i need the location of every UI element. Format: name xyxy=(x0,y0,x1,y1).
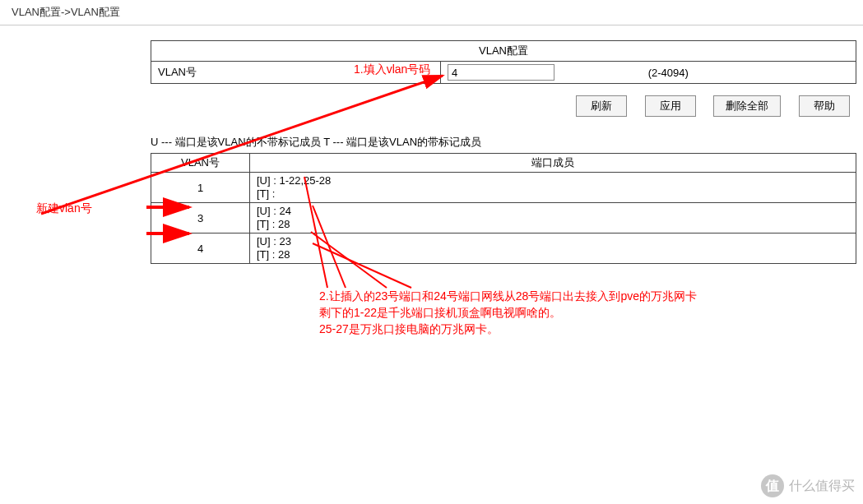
members-table: VLAN号 端口成员 1 [U] : 1-22,25-28 [T] : 3 [U… xyxy=(151,153,856,264)
vlan-id-label: VLAN号 xyxy=(151,62,441,84)
vlan-cell: 1 xyxy=(151,173,250,203)
delete-all-button[interactable]: 删除全部 xyxy=(713,95,781,117)
vlan-config-table: VLAN配置 VLAN号 (2-4094) xyxy=(151,40,856,84)
breadcrumb: VLAN配置->VLAN配置 xyxy=(0,0,863,25)
annotation-new-vlan: 新建vlan号 xyxy=(36,201,92,216)
main-panel: VLAN配置 VLAN号 (2-4094) 刷新 应用 删除全部 帮助 U --… xyxy=(151,40,856,264)
watermark-text: 什么值得买 xyxy=(789,478,855,495)
button-bar: 刷新 应用 删除全部 帮助 xyxy=(151,95,856,117)
ports-t: [T] : 28 xyxy=(257,218,849,231)
ports-cell: [U] : 1-22,25-28 [T] : xyxy=(250,173,856,203)
members-header-ports: 端口成员 xyxy=(250,154,856,173)
refresh-button[interactable]: 刷新 xyxy=(576,95,627,117)
vlan-cell: 3 xyxy=(151,203,250,234)
table-row: 1 [U] : 1-22,25-28 [T] : xyxy=(151,173,856,203)
ports-cell: [U] : 24 [T] : 28 xyxy=(250,203,856,234)
vlan-id-cell: (2-4094) xyxy=(441,62,856,84)
ports-t: [T] : 28 xyxy=(257,248,849,261)
ports-t: [T] : xyxy=(257,187,849,201)
annotation-2-line2: 剩下的1-22是千兆端口接机顶盒啊电视啊啥的。 xyxy=(319,306,561,321)
ports-u: [U] : 24 xyxy=(257,205,849,218)
help-button[interactable]: 帮助 xyxy=(799,95,850,117)
vlan-id-range: (2-4094) xyxy=(648,67,689,79)
apply-button[interactable]: 应用 xyxy=(645,95,696,117)
ports-u: [U] : 23 xyxy=(257,235,849,248)
annotation-2-line1: 2.让插入的23号端口和24号端口网线从28号端口出去接入到pve的万兆网卡 xyxy=(319,289,697,304)
watermark-badge-icon: 值 xyxy=(761,474,784,497)
members-header-vlan: VLAN号 xyxy=(151,154,250,173)
ports-u: [U] : 1-22,25-28 xyxy=(257,174,849,187)
table-row: 3 [U] : 24 [T] : 28 xyxy=(151,203,856,234)
watermark: 值 什么值得买 xyxy=(761,474,855,497)
vlan-cell: 4 xyxy=(151,234,250,264)
vlan-config-title: VLAN配置 xyxy=(151,41,856,62)
table-row: 4 [U] : 23 [T] : 28 xyxy=(151,234,856,264)
ports-cell: [U] : 23 [T] : 28 xyxy=(250,234,856,264)
vlan-id-input[interactable] xyxy=(448,64,554,81)
legend-text: U --- 端口是该VLAN的不带标记成员 T --- 端口是该VLAN的带标记… xyxy=(151,135,856,150)
annotation-2-line3: 25-27是万兆口接电脑的万兆网卡。 xyxy=(319,322,499,337)
